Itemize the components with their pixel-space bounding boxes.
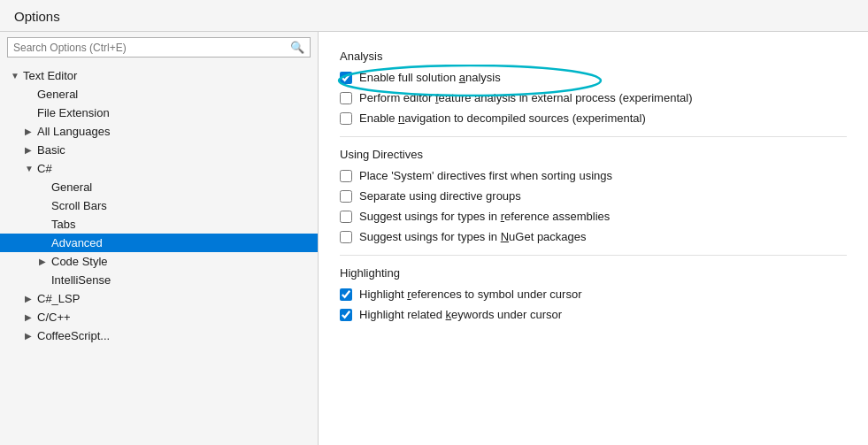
tree-label: General xyxy=(51,180,92,194)
option-system-first: Place 'System' directives first when sor… xyxy=(340,168,847,183)
tree-label: Tabs xyxy=(51,218,75,231)
option-highlight-keywords: Highlight related keywords under cursor xyxy=(340,307,847,322)
label-suggest-reference: Suggest usings for types in reference as… xyxy=(359,210,610,223)
tree-item-text-editor[interactable]: ▼ Text Editor xyxy=(0,66,318,85)
tree-label: File Extension xyxy=(37,106,110,119)
checkbox-system-first[interactable] xyxy=(340,170,352,182)
divider-2 xyxy=(340,255,847,256)
divider-1 xyxy=(340,136,847,137)
tree-label: Scroll Bars xyxy=(51,199,107,212)
tree-label: General xyxy=(37,88,78,101)
tree-item-general[interactable]: General xyxy=(0,85,318,104)
tree-item-tabs[interactable]: Tabs xyxy=(0,215,318,234)
search-icon: 🔍 xyxy=(290,41,304,54)
checkbox-separate-groups[interactable] xyxy=(340,190,352,203)
checkbox-suggest-reference[interactable] xyxy=(340,211,352,223)
option-separate-groups: Separate using directive groups xyxy=(340,188,847,203)
arrow-icon: ▶ xyxy=(39,257,51,266)
section-highlighting-header: Highlighting xyxy=(340,266,847,280)
label-separate-groups: Separate using directive groups xyxy=(359,189,521,203)
tree-label: C# xyxy=(37,162,52,175)
checkbox-highlight-refs[interactable] xyxy=(340,288,352,301)
tree-label: Basic xyxy=(37,143,65,157)
checkbox-nav-decompiled[interactable] xyxy=(340,112,352,125)
tree-item-advanced[interactable]: Advanced xyxy=(0,234,318,252)
options-tree: ▼ Text Editor General File Extension ▶ A… xyxy=(0,63,318,445)
tree-item-cpp[interactable]: ▶ C/C++ xyxy=(0,308,318,326)
left-panel: 🔍 ▼ Text Editor General File Extension ▶ xyxy=(0,32,319,445)
arrow-icon: ▶ xyxy=(25,294,37,303)
option-suggest-nuget: Suggest usings for types in NuGet packag… xyxy=(340,229,847,244)
arrow-icon: ▼ xyxy=(11,71,23,81)
window-title: Options xyxy=(0,0,868,31)
tree-item-csharp[interactable]: ▼ C# xyxy=(0,159,318,178)
tree-label: CoffeeScript... xyxy=(37,329,110,342)
tree-item-code-style[interactable]: ▶ Code Style xyxy=(0,252,318,271)
arrow-icon: ▼ xyxy=(25,164,37,173)
arrow-icon: ▶ xyxy=(25,331,37,341)
tree-item-intellisense[interactable]: IntelliSense xyxy=(0,271,318,289)
option-highlight-refs: Highlight references to symbol under cur… xyxy=(340,287,847,302)
tree-item-all-languages[interactable]: ▶ All Languages xyxy=(0,122,318,141)
main-content: 🔍 ▼ Text Editor General File Extension ▶ xyxy=(0,31,868,445)
right-panel: Analysis Enable full solution analysis xyxy=(319,32,868,341)
tree-label: Code Style xyxy=(51,255,108,268)
tree-label: Text Editor xyxy=(23,69,77,82)
option-full-solution: Enable full solution analysis xyxy=(340,70,847,85)
arrow-icon: ▶ xyxy=(25,145,37,155)
option-editor-feature: Perform editor feature analysis in exter… xyxy=(340,90,847,105)
checkbox-suggest-nuget[interactable] xyxy=(340,231,352,243)
options-window: Options 🔍 ▼ Text Editor General xyxy=(0,0,868,445)
checkbox-editor-feature[interactable] xyxy=(340,92,352,104)
section-using-header: Using Directives xyxy=(340,148,847,161)
tree-item-coffeescript[interactable]: ▶ CoffeeScript... xyxy=(0,326,318,345)
tree-item-scroll-bars[interactable]: Scroll Bars xyxy=(0,196,318,215)
checkbox-highlight-keywords[interactable] xyxy=(340,309,352,321)
label-highlight-refs: Highlight references to symbol under cur… xyxy=(359,288,581,301)
option-nav-decompiled: Enable navigation to decompiled sources … xyxy=(340,111,847,126)
tree-label: IntelliSense xyxy=(51,273,111,287)
title-text: Options xyxy=(14,9,60,24)
section-analysis-header: Analysis xyxy=(340,50,847,63)
tree-label: Advanced xyxy=(51,236,103,249)
tree-item-basic[interactable]: ▶ Basic xyxy=(0,141,318,159)
arrow-icon: ▶ xyxy=(25,312,37,322)
tree-label: All Languages xyxy=(37,125,110,138)
tree-item-csharp-general[interactable]: General xyxy=(0,178,318,196)
label-nav-decompiled: Enable navigation to decompiled sources … xyxy=(359,111,646,125)
label-highlight-keywords: Highlight related keywords under cursor xyxy=(359,308,562,321)
search-input[interactable] xyxy=(13,42,290,54)
label-editor-feature: Perform editor feature analysis in exter… xyxy=(359,91,692,104)
arrow-icon: ▶ xyxy=(25,127,37,136)
tree-label: C#_LSP xyxy=(37,292,80,305)
tree-item-csharp-lsp[interactable]: ▶ C#_LSP xyxy=(0,289,318,308)
label-suggest-nuget: Suggest usings for types in NuGet packag… xyxy=(359,230,587,243)
label-full-solution: Enable full solution analysis xyxy=(359,71,501,84)
tree-label: C/C++ xyxy=(37,311,71,324)
option-suggest-reference: Suggest usings for types in reference as… xyxy=(340,209,847,224)
tree-item-file-extension[interactable]: File Extension xyxy=(0,104,318,122)
search-box[interactable]: 🔍 xyxy=(7,37,311,58)
label-system-first: Place 'System' directives first when sor… xyxy=(359,169,612,182)
checkbox-full-solution[interactable] xyxy=(340,72,352,84)
